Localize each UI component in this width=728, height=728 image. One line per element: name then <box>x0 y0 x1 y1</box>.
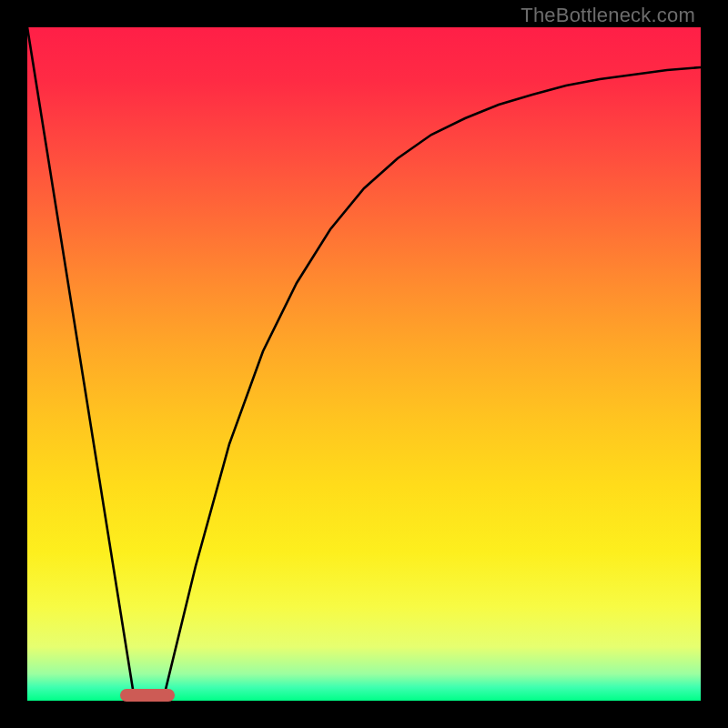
watermark-text: TheBottleneck.com <box>521 4 695 27</box>
plot-area <box>27 27 701 701</box>
chart-frame: TheBottleneck.com <box>0 0 728 728</box>
curve-layer <box>27 27 701 701</box>
left-line <box>27 27 135 701</box>
right-curve <box>163 67 701 701</box>
trough-marker <box>120 689 175 702</box>
